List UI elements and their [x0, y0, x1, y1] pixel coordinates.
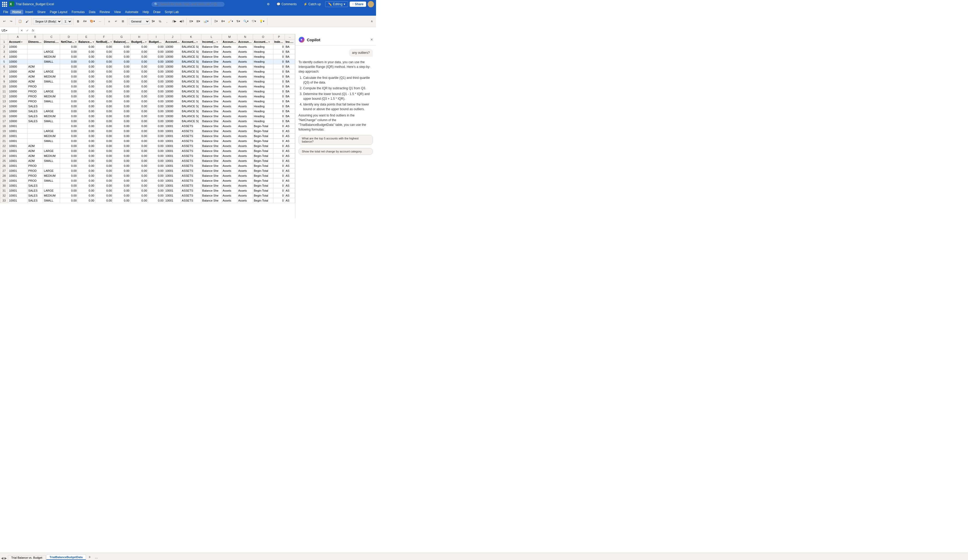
- cell-K18[interactable]: ASSETS: [181, 124, 201, 129]
- cell-N11[interactable]: Assets: [237, 89, 253, 94]
- cell-L3[interactable]: Balance She: [201, 49, 222, 54]
- cell-C16[interactable]: MEDIUM: [43, 114, 60, 119]
- cell-J23[interactable]: 10001: [164, 149, 181, 154]
- cell-extra-20[interactable]: AS: [285, 134, 295, 139]
- cell-E32[interactable]: 0.00: [78, 193, 95, 198]
- cell-J5[interactable]: 10000: [164, 59, 181, 64]
- cell-G31[interactable]: 0.00: [113, 188, 130, 193]
- menu-data[interactable]: Data: [87, 10, 98, 14]
- cell-G1[interactable]: Balance(... ▾: [113, 40, 130, 45]
- cell-P3[interactable]: 0: [273, 49, 285, 54]
- menu-automate[interactable]: Automate: [123, 10, 141, 14]
- cell-O29[interactable]: Begin-Total: [253, 178, 273, 183]
- cell-O19[interactable]: Begin-Total: [253, 129, 273, 134]
- cell-D1[interactable]: NetChar... ▾: [60, 40, 78, 45]
- cell-F3[interactable]: 0.00: [95, 49, 113, 54]
- cell-J21[interactable]: 10001: [164, 139, 181, 144]
- cell-B8[interactable]: ADM: [27, 74, 43, 79]
- cell-E25[interactable]: 0.00: [78, 159, 95, 164]
- cell-P8[interactable]: 0: [273, 74, 285, 79]
- cell-M15[interactable]: Assets: [222, 109, 237, 114]
- row-header-10[interactable]: 10: [0, 84, 8, 89]
- cell-M30[interactable]: Assets: [222, 183, 237, 188]
- cell-A20[interactable]: 10001: [8, 134, 27, 139]
- cell-extra-17[interactable]: BA: [285, 119, 295, 124]
- cell-I30[interactable]: 0.00: [148, 183, 164, 188]
- cell-A16[interactable]: 10000: [8, 114, 27, 119]
- menu-formulas[interactable]: Formulas: [70, 10, 87, 14]
- cell-L27[interactable]: Balance She: [201, 168, 222, 173]
- cell-D8[interactable]: 0.00: [60, 74, 78, 79]
- cell-N6[interactable]: Assets: [237, 64, 253, 69]
- cell-H7[interactable]: 0.00: [130, 69, 148, 74]
- cell-M4[interactable]: Assets: [222, 54, 237, 59]
- cell-I28[interactable]: 0.00: [148, 173, 164, 178]
- cell-J20[interactable]: 10001: [164, 134, 181, 139]
- cell-M13[interactable]: Assets: [222, 99, 237, 104]
- cell-P1[interactable]: Indental... ▾: [273, 40, 285, 45]
- cell-D14[interactable]: 0.00: [60, 104, 78, 109]
- cell-F33[interactable]: 0.00: [95, 198, 113, 203]
- cell-J15[interactable]: 10000: [164, 109, 181, 114]
- cell-L13[interactable]: Balance She: [201, 99, 222, 104]
- cell-B19[interactable]: [27, 129, 43, 134]
- row-header-27[interactable]: 27: [0, 168, 8, 173]
- cell-B3[interactable]: [27, 49, 43, 54]
- cell-C12[interactable]: MEDIUM: [43, 94, 60, 99]
- row-header-4[interactable]: 4: [0, 54, 8, 59]
- row-header-29[interactable]: 29: [0, 178, 8, 183]
- cell-F1[interactable]: NetBud(... ▾: [95, 40, 113, 45]
- cell-C18[interactable]: [43, 124, 60, 129]
- cell-O11[interactable]: Heading: [253, 89, 273, 94]
- cell-F7[interactable]: 0.00: [95, 69, 113, 74]
- cell-M32[interactable]: Assets: [222, 193, 237, 198]
- cell-extra-11[interactable]: BA: [285, 89, 295, 94]
- cell-G29[interactable]: 0.00: [113, 178, 130, 183]
- cell-D9[interactable]: 0.00: [60, 79, 78, 84]
- cell-D5[interactable]: 0.00: [60, 59, 78, 64]
- cell-B2[interactable]: [27, 45, 43, 49]
- formula-cancel-icon[interactable]: ✕: [19, 29, 25, 32]
- cell-N4[interactable]: Assets: [237, 54, 253, 59]
- cell-C6[interactable]: [43, 64, 60, 69]
- cell-J25[interactable]: 10001: [164, 159, 181, 164]
- cell-J33[interactable]: 10001: [164, 198, 181, 203]
- catchup-button[interactable]: ⚡ Catch up: [301, 2, 323, 7]
- cell-I5[interactable]: 0.00: [148, 59, 164, 64]
- cell-F15[interactable]: 0.00: [95, 109, 113, 114]
- cell-O21[interactable]: Begin-Total: [253, 139, 273, 144]
- cell-G23[interactable]: 0.00: [113, 149, 130, 154]
- cell-C17[interactable]: SMALL: [43, 119, 60, 124]
- cell-B32[interactable]: SALES: [27, 193, 43, 198]
- cell-K24[interactable]: ASSETS: [181, 154, 201, 159]
- cell-M23[interactable]: Assets: [222, 149, 237, 154]
- cell-L25[interactable]: Balance She: [201, 159, 222, 164]
- cell-F20[interactable]: 0.00: [95, 134, 113, 139]
- cell-P25[interactable]: 0: [273, 159, 285, 164]
- cell-I3[interactable]: 0.00: [148, 49, 164, 54]
- cell-O17[interactable]: Heading: [253, 119, 273, 124]
- cell-extra-13[interactable]: BA: [285, 99, 295, 104]
- cell-B25[interactable]: ADM: [27, 159, 43, 164]
- row-header-1[interactable]: 1: [0, 40, 8, 45]
- cell-B24[interactable]: ADM: [27, 154, 43, 159]
- cell-I22[interactable]: 0.00: [148, 144, 164, 149]
- cell-P24[interactable]: 0: [273, 154, 285, 159]
- cell-B9[interactable]: ADM: [27, 79, 43, 84]
- cell-J29[interactable]: 10001: [164, 178, 181, 183]
- row-header-3[interactable]: 3: [0, 49, 8, 54]
- cell-L18[interactable]: Balance She: [201, 124, 222, 129]
- merge-button[interactable]: ⊞: [119, 17, 126, 26]
- cell-A33[interactable]: 10001: [8, 198, 27, 203]
- cell-N5[interactable]: Assets: [237, 59, 253, 64]
- formula-input[interactable]: [36, 27, 376, 34]
- cell-O28[interactable]: Begin-Total: [253, 173, 273, 178]
- cell-F19[interactable]: 0.00: [95, 129, 113, 134]
- cell-F4[interactable]: 0.00: [95, 54, 113, 59]
- cell-M25[interactable]: Assets: [222, 159, 237, 164]
- cell-M3[interactable]: Assets: [222, 49, 237, 54]
- cell-extra-15[interactable]: BA: [285, 109, 295, 114]
- cell-E14[interactable]: 0.00: [78, 104, 95, 109]
- cell-C28[interactable]: MEDIUM: [43, 173, 60, 178]
- cell-D30[interactable]: 0.00: [60, 183, 78, 188]
